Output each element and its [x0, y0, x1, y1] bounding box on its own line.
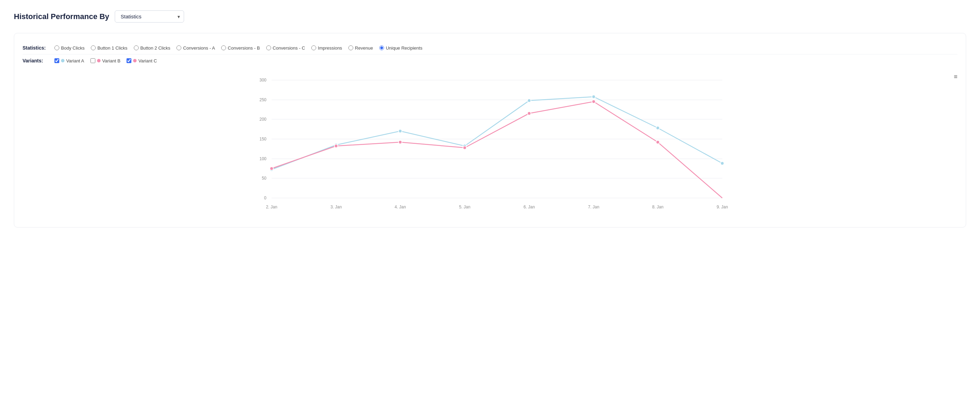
y-label-150: 150 [259, 137, 266, 142]
radio-conversions-b[interactable]: Conversions - B [221, 45, 259, 51]
chart-container: Statistics: Body Clicks Button 1 Clicks … [14, 33, 966, 228]
page-header: Historical Performance By Statistics Rev… [14, 10, 966, 22]
y-label-50: 50 [262, 176, 267, 181]
y-label-0: 0 [264, 196, 267, 201]
y-label-300: 300 [259, 78, 266, 83]
radio-button1-clicks-label: Button 1 Clicks [97, 45, 127, 51]
x-label-3jan: 3. Jan [330, 204, 342, 209]
radio-revenue-input[interactable] [348, 45, 353, 50]
radio-unique-recipients[interactable]: Unique Recipients [379, 45, 423, 51]
x-label-9jan: 9. Jan [716, 204, 728, 209]
radio-unique-recipients-input[interactable] [379, 45, 384, 50]
variant-c-label: Variant C [138, 58, 157, 64]
x-label-2jan: 2. Jan [266, 204, 277, 209]
radio-conversions-b-input[interactable] [221, 45, 226, 50]
variants-filter-row: Variants: Variant A Variant B Variant C [22, 54, 958, 67]
dot-a-5 [592, 95, 595, 99]
dot-c-4 [528, 112, 531, 115]
filters-section: Statistics: Body Clicks Button 1 Clicks … [22, 41, 958, 67]
chart-svg: 300 250 200 150 100 50 0 2. Jan 3. Jan 4 [22, 73, 958, 219]
statistics-radio-group: Body Clicks Button 1 Clicks Button 2 Cli… [54, 45, 422, 51]
radio-conversions-c[interactable]: Conversions - C [266, 45, 305, 51]
checkbox-variant-c[interactable]: Variant C [127, 58, 157, 64]
radio-impressions[interactable]: Impressions [311, 45, 342, 51]
dot-a-4 [528, 99, 531, 102]
chart-menu-icon[interactable]: ≡ [954, 73, 958, 80]
variants-label: Variants: [22, 58, 50, 64]
series-c-line [272, 102, 722, 198]
radio-conversions-b-label: Conversions - B [228, 45, 259, 51]
checkbox-variant-b-input[interactable] [91, 58, 95, 63]
chart-area: ≡ 300 250 200 150 100 50 [22, 73, 958, 220]
x-label-7jan: 7. Jan [588, 204, 599, 209]
x-label-5jan: 5. Jan [459, 204, 471, 209]
radio-revenue[interactable]: Revenue [348, 45, 373, 51]
radio-revenue-label: Revenue [355, 45, 373, 51]
radio-conversions-a-input[interactable] [177, 45, 181, 50]
radio-impressions-label: Impressions [318, 45, 342, 51]
statistics-dropdown[interactable]: Statistics Revenue Conversions [115, 10, 184, 22]
radio-body-clicks[interactable]: Body Clicks [54, 45, 84, 51]
variant-c-dot [133, 59, 137, 62]
variant-b-dot [97, 59, 100, 62]
radio-conversions-c-label: Conversions - C [273, 45, 305, 51]
radio-impressions-input[interactable] [311, 45, 316, 50]
dot-c-0 [270, 167, 274, 170]
y-label-200: 200 [259, 117, 266, 122]
radio-conversions-a[interactable]: Conversions - A [177, 45, 215, 51]
variant-a-label: Variant A [66, 58, 84, 64]
dot-a-6 [656, 126, 660, 130]
page-title: Historical Performance By [14, 12, 109, 21]
y-label-100: 100 [259, 156, 266, 161]
radio-button2-clicks-label: Button 2 Clicks [140, 45, 170, 51]
dot-c-1 [334, 144, 338, 148]
checkbox-variant-a-input[interactable] [54, 58, 59, 63]
dot-c-5 [592, 100, 595, 103]
radio-button2-clicks-input[interactable] [134, 45, 138, 50]
radio-body-clicks-label: Body Clicks [61, 45, 84, 51]
x-label-8jan: 8. Jan [652, 204, 663, 209]
statistics-filter-row: Statistics: Body Clicks Button 1 Clicks … [22, 41, 958, 54]
statistics-dropdown-wrapper[interactable]: Statistics Revenue Conversions ▾ [115, 10, 184, 22]
radio-button1-clicks-input[interactable] [91, 45, 95, 50]
radio-button1-clicks[interactable]: Button 1 Clicks [91, 45, 127, 51]
x-label-6jan: 6. Jan [523, 204, 535, 209]
statistics-label: Statistics: [22, 45, 50, 51]
checkbox-variant-c-input[interactable] [127, 58, 131, 63]
dot-c-3 [463, 146, 466, 150]
dot-c-6 [656, 140, 660, 144]
radio-button2-clicks[interactable]: Button 2 Clicks [134, 45, 170, 51]
radio-conversions-a-label: Conversions - A [183, 45, 215, 51]
y-label-250: 250 [259, 97, 266, 102]
dot-a-7 [721, 162, 724, 165]
radio-unique-recipients-label: Unique Recipients [386, 45, 423, 51]
checkbox-variant-a[interactable]: Variant A [54, 58, 84, 64]
variant-a-dot [61, 59, 64, 62]
x-label-4jan: 4. Jan [395, 204, 406, 209]
checkbox-variant-b[interactable]: Variant B [91, 58, 121, 64]
variants-checkbox-group: Variant A Variant B Variant C [54, 58, 157, 64]
variant-b-label: Variant B [102, 58, 121, 64]
dot-c-2 [399, 140, 402, 144]
radio-body-clicks-input[interactable] [54, 45, 59, 50]
dot-a-2 [399, 129, 402, 133]
radio-conversions-c-input[interactable] [266, 45, 271, 50]
